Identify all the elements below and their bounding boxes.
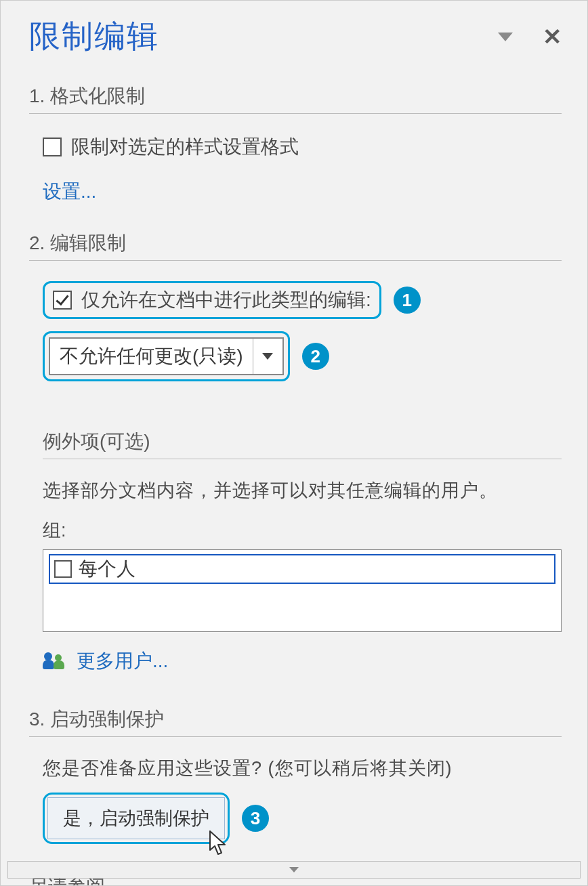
section-1-heading: 1. 格式化限制 [29, 83, 562, 114]
pane-title: 限制编辑 [29, 16, 159, 58]
section-3-heading: 3. 启动强制保护 [29, 706, 562, 737]
exceptions-heading: 例外项(可选) [43, 429, 562, 459]
group-everyone-checkbox[interactable] [54, 560, 72, 578]
limit-formatting-row[interactable]: 限制对选定的样式设置格式 [43, 134, 562, 160]
callout-2-target: 不允许任何更改(只读) [43, 331, 290, 381]
restrict-editing-pane: 限制编辑 ✕ 1. 格式化限制 限制对选定的样式设置格式 设置... 2. 编辑… [1, 1, 587, 886]
group-everyone-label: 每个人 [79, 556, 135, 582]
close-icon[interactable]: ✕ [543, 25, 562, 48]
formatting-settings-link[interactable]: 设置... [43, 179, 96, 205]
allow-edit-type-label: 仅允许在文档中进行此类型的编辑: [81, 287, 371, 313]
edit-type-dropdown-row: 不允许任何更改(只读) 2 [43, 331, 562, 381]
start-enforce-row: 是，启动强制保护 3 [43, 793, 562, 844]
people-icon [43, 652, 66, 670]
pane-header-controls: ✕ [498, 25, 562, 48]
pane-header: 限制编辑 ✕ [29, 16, 562, 58]
callout-1-target: 仅允许在文档中进行此类型的编辑: [43, 281, 381, 319]
groups-listbox[interactable]: 每个人 [43, 549, 562, 632]
pane-footer-expand[interactable] [7, 861, 581, 879]
groups-label: 组: [43, 518, 562, 543]
callout-3-target: 是，启动强制保护 [43, 793, 230, 844]
allow-edit-type-checkbox[interactable] [53, 291, 72, 310]
more-users-link[interactable]: 更多用户... [43, 648, 562, 674]
section-2-heading: 2. 编辑限制 [29, 230, 562, 261]
start-enforce-prompt: 您是否准备应用这些设置? (您可以稍后将其关闭) [43, 755, 562, 782]
start-enforce-button[interactable]: 是，启动强制保护 [47, 797, 225, 839]
more-users-label: 更多用户... [77, 648, 168, 674]
group-item-everyone[interactable]: 每个人 [49, 554, 555, 584]
edit-type-dropdown[interactable]: 不允许任何更改(只读) [49, 337, 284, 375]
edit-type-dropdown-button[interactable] [253, 339, 282, 374]
chevron-down-icon [289, 867, 299, 872]
pane-options-dropdown-icon[interactable] [498, 33, 513, 41]
callout-badge-3: 3 [242, 805, 269, 832]
exceptions-description: 选择部分文档内容，并选择可以对其任意编辑的用户。 [43, 477, 562, 505]
chevron-down-icon [262, 353, 273, 360]
callout-badge-2: 2 [302, 343, 329, 370]
limit-formatting-checkbox[interactable] [43, 138, 62, 156]
allow-edit-type-row: 仅允许在文档中进行此类型的编辑: 1 [43, 281, 562, 319]
limit-formatting-label: 限制对选定的样式设置格式 [71, 134, 299, 160]
callout-badge-1: 1 [394, 287, 421, 314]
edit-type-dropdown-value: 不允许任何更改(只读) [50, 339, 253, 374]
